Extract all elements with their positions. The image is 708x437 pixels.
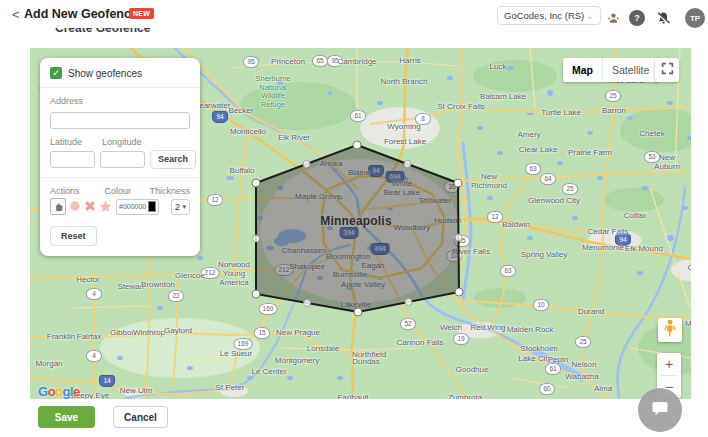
show-geofences-label: Show geofences <box>68 68 142 79</box>
thickness-label: Thickness <box>149 186 190 196</box>
search-button[interactable]: Search <box>150 150 196 169</box>
thickness-select[interactable]: 2 ▾ <box>171 199 190 215</box>
pegman-icon <box>663 319 677 341</box>
new-badge: NEW <box>129 8 154 19</box>
fullscreen-button[interactable] <box>655 58 679 82</box>
google-logo-letter: g <box>63 384 70 399</box>
reset-button[interactable]: Reset <box>50 226 97 246</box>
geofence-midpoint-handle[interactable] <box>455 234 462 241</box>
latitude-input[interactable] <box>50 151 95 168</box>
geofence-midpoint-handle[interactable] <box>404 161 411 168</box>
google-logo[interactable]: Google <box>38 384 80 399</box>
delete-vertex-tool-button[interactable] <box>83 199 96 213</box>
longitude-input[interactable] <box>100 151 145 168</box>
geofence-midpoint-handle[interactable] <box>405 299 412 306</box>
geofence-vertex-handle[interactable] <box>252 290 260 298</box>
geofence-vertex-handle[interactable] <box>354 308 362 316</box>
chevron-down-icon: ▾ <box>182 203 186 211</box>
fullscreen-icon <box>661 61 674 79</box>
avatar[interactable]: TP <box>685 8 705 28</box>
circle-tool-button[interactable] <box>68 199 81 213</box>
colour-label: Colour <box>105 186 150 196</box>
back-icon[interactable]: < <box>12 7 20 22</box>
colour-swatch[interactable] <box>148 201 156 212</box>
satellite-type-button[interactable]: Satellite <box>603 58 658 82</box>
map-type-button[interactable]: Map <box>563 58 602 82</box>
top-header: < Add New Geofence NEW GoCodes, Inc (RS)… <box>0 0 708 28</box>
star-tool-button[interactable] <box>99 199 112 213</box>
help-icon[interactable]: ? <box>629 10 645 26</box>
chat-icon <box>651 399 669 421</box>
geofence-polygon[interactable] <box>256 145 459 312</box>
google-logo-letter: o <box>55 384 62 399</box>
geofence-panel: ✓ Show geofences Address Latitude Longit… <box>40 58 200 256</box>
longitude-label: Longitude <box>102 137 149 147</box>
zoom-in-button[interactable]: + <box>657 353 681 375</box>
app-window: Create Geofence < Add New Geofence NEW G… <box>0 0 708 437</box>
page-title: Add New Geofence <box>24 7 138 21</box>
pegman-control[interactable] <box>658 318 682 342</box>
geofence-midpoint-handle[interactable] <box>253 235 260 242</box>
latitude-label: Latitude <box>50 137 97 147</box>
actions-label: Actions <box>50 186 105 196</box>
thickness-value: 2 <box>175 202 180 212</box>
org-select-value: GoCodes, Inc (RS) <box>504 10 584 21</box>
geofence-vertex-handle[interactable] <box>455 288 463 296</box>
cancel-button[interactable]: Cancel <box>113 406 168 428</box>
save-button[interactable]: Save <box>38 406 95 428</box>
notifications-off-icon[interactable] <box>655 10 671 26</box>
hand-tool-button[interactable] <box>50 198 66 215</box>
colour-value: #000000 <box>119 203 146 210</box>
google-logo-letter: e <box>73 384 80 399</box>
google-logo-letter: G <box>38 384 48 399</box>
geofence-vertex-handle[interactable] <box>353 141 361 149</box>
org-select[interactable]: GoCodes, Inc (RS) ⌄ <box>497 6 601 25</box>
google-logo-letter: o <box>48 384 55 399</box>
chevron-down-icon: ⌄ <box>586 13 594 19</box>
show-geofences-checkbox[interactable]: ✓ <box>50 67 62 79</box>
chat-widget-button[interactable] <box>638 388 682 432</box>
address-input[interactable] <box>50 112 190 129</box>
address-label: Address <box>50 96 190 106</box>
colour-input[interactable]: #000000 <box>116 199 159 215</box>
users-icon[interactable] <box>605 10 621 26</box>
map-type-control: Map Satellite <box>563 58 658 82</box>
geofence-midpoint-handle[interactable] <box>304 300 311 307</box>
geofence-vertex-handle[interactable] <box>454 179 462 187</box>
geofence-vertex-handle[interactable] <box>252 179 260 187</box>
geofence-midpoint-handle[interactable] <box>303 161 310 168</box>
